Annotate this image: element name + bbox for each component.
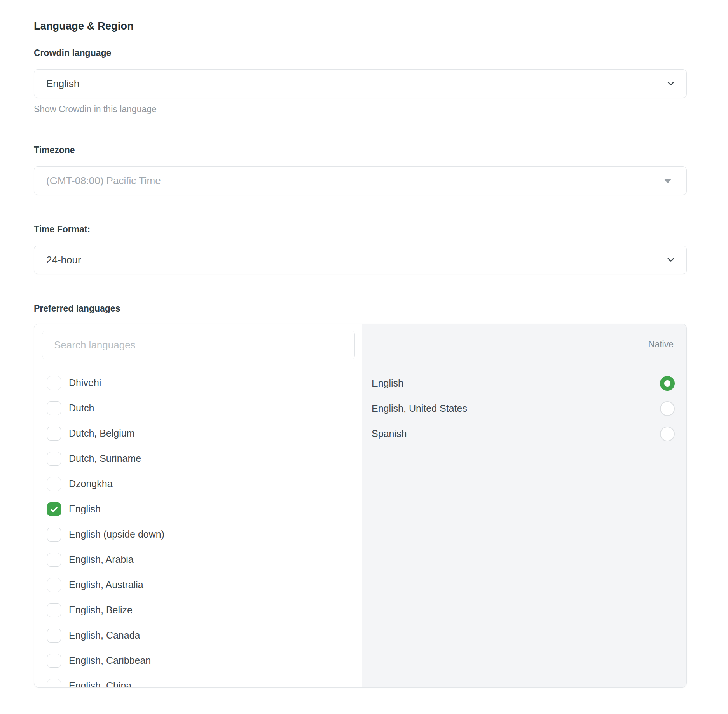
language-option-row[interactable]: English, Australia: [47, 572, 355, 597]
language-option-row[interactable]: Dutch: [47, 395, 355, 421]
page-title: Language & Region: [34, 21, 687, 31]
checkbox[interactable]: [47, 629, 61, 643]
language-option-row[interactable]: Dhivehi: [47, 370, 355, 395]
selected-language-row[interactable]: English, United States: [372, 396, 675, 421]
language-option-label: English, Belize: [69, 604, 133, 616]
language-option-row[interactable]: English, China: [47, 673, 355, 687]
checkbox[interactable]: [47, 528, 61, 542]
timezone-label: Timezone: [34, 146, 687, 155]
chevron-down-icon: [665, 254, 676, 265]
caret-down-icon: [664, 179, 672, 183]
available-languages-list: Dhivehi Dutch Dutch, Belgium Dutch, Suri…: [42, 370, 355, 687]
native-radio[interactable]: [660, 376, 675, 391]
language-option-row[interactable]: Dutch, Suriname: [47, 446, 355, 471]
native-column-header: Native: [372, 340, 675, 349]
timezone-select[interactable]: (GMT-08:00) Pacific Time: [34, 166, 687, 195]
checkbox[interactable]: [47, 578, 61, 592]
native-radio[interactable]: [660, 401, 675, 416]
language-option-label: Dutch: [69, 402, 94, 414]
language-option-row[interactable]: Dutch, Belgium: [47, 421, 355, 446]
language-option-label: Dutch, Belgium: [69, 428, 135, 439]
crowdin-language-field: Crowdin language English Show Crowdin in…: [34, 49, 687, 114]
crowdin-language-help: Show Crowdin in this language: [34, 105, 687, 114]
language-option-row[interactable]: English (upside down): [47, 522, 355, 547]
time-format-value: 24-hour: [46, 254, 81, 266]
timezone-value: (GMT-08:00) Pacific Time: [46, 175, 161, 187]
checkbox[interactable]: [47, 452, 61, 466]
language-option-label: English, Arabia: [69, 554, 134, 565]
search-languages-input[interactable]: [42, 331, 355, 359]
preferred-languages-field: Preferred languages Dhivehi Dutch D: [34, 304, 687, 688]
language-option-label: Dutch, Suriname: [69, 453, 141, 464]
crowdin-language-label: Crowdin language: [34, 49, 687, 57]
language-option-row[interactable]: English: [47, 496, 355, 522]
checkbox[interactable]: [47, 502, 61, 516]
language-option-label: English, Australia: [69, 579, 143, 590]
timezone-field: Timezone (GMT-08:00) Pacific Time: [34, 146, 687, 195]
language-option-label: English (upside down): [69, 529, 164, 540]
language-option-label: Dzongkha: [69, 478, 113, 489]
checkmark-icon: [49, 505, 59, 514]
time-format-select[interactable]: 24-hour: [34, 246, 687, 274]
language-option-label: English, Canada: [69, 630, 140, 641]
checkbox[interactable]: [47, 427, 61, 441]
language-option-label: English, China: [69, 680, 131, 687]
crowdin-language-select[interactable]: English: [34, 69, 687, 98]
available-languages-panel: Dhivehi Dutch Dutch, Belgium Dutch, Suri…: [34, 324, 362, 687]
preferred-languages-widget: Dhivehi Dutch Dutch, Belgium Dutch, Suri…: [34, 324, 687, 688]
checkbox[interactable]: [47, 654, 61, 668]
language-option-row[interactable]: English, Belize: [47, 597, 355, 623]
checkbox[interactable]: [47, 603, 61, 617]
selected-language-label: Spanish: [372, 428, 660, 439]
selected-languages-panel: Native English English, United States Sp…: [362, 324, 686, 687]
checkbox[interactable]: [47, 679, 61, 688]
selected-language-row[interactable]: Spanish: [372, 421, 675, 446]
language-option-row[interactable]: English, Arabia: [47, 547, 355, 572]
checkbox[interactable]: [47, 376, 61, 390]
chevron-down-icon: [665, 78, 676, 89]
language-option-label: English: [69, 503, 101, 515]
checkbox[interactable]: [47, 401, 61, 415]
checkbox[interactable]: [47, 477, 61, 491]
language-option-row[interactable]: Dzongkha: [47, 471, 355, 496]
selected-language-row[interactable]: English: [372, 371, 675, 396]
selected-language-label: English: [372, 378, 660, 389]
language-option-row[interactable]: English, Canada: [47, 623, 355, 648]
language-option-label: Dhivehi: [69, 377, 101, 388]
crowdin-language-value: English: [46, 78, 79, 90]
checkbox[interactable]: [47, 553, 61, 567]
language-option-row[interactable]: English, Caribbean: [47, 648, 355, 673]
language-region-settings: Language & Region Crowdin language Engli…: [34, 21, 687, 688]
preferred-languages-label: Preferred languages: [34, 304, 687, 313]
language-option-label: English, Caribbean: [69, 655, 151, 666]
time-format-label: Time Format:: [34, 225, 687, 234]
native-radio[interactable]: [660, 427, 675, 441]
selected-language-label: English, United States: [372, 403, 660, 414]
time-format-field: Time Format: 24-hour: [34, 225, 687, 274]
